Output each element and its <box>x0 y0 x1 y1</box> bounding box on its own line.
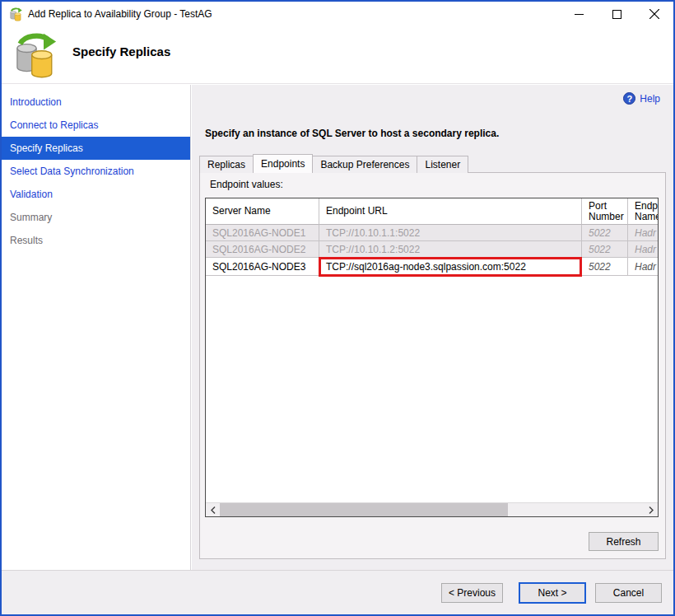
wizard-footer: < Previous Next > Cancel <box>2 570 673 614</box>
sidebar-item-results: Results <box>2 229 190 252</box>
table-header-row: Server Name Endpoint URL Port Number End… <box>206 198 659 225</box>
page-title: Specify Replicas <box>72 44 170 58</box>
maximize-icon <box>612 10 621 19</box>
endpoints-table: Server Name Endpoint URL Port Number End… <box>205 198 659 517</box>
table-row-node3[interactable]: SQL2016AG-NODE3 TCP://sql2016ag-node3.sq… <box>206 258 659 276</box>
maximize-button[interactable] <box>598 2 635 26</box>
wizard-content: Help Specify an instance of SQL Server t… <box>192 85 673 570</box>
next-button[interactable]: Next > <box>519 582 586 604</box>
scroll-left-button[interactable] <box>206 503 220 516</box>
endpoint-name-cell: Hadr <box>628 241 659 258</box>
help-question-icon <box>623 92 635 105</box>
cancel-button[interactable]: Cancel <box>595 583 662 603</box>
horizontal-scrollbar[interactable] <box>206 502 658 516</box>
wizard-steps-sidebar: Introduction Connect to Replicas Specify… <box>2 85 191 570</box>
table-row-node2: SQL2016AG-NODE2 TCP://10.10.1.2:5022 502… <box>206 241 659 258</box>
column-header-endpoint-name: Endpoint Name <box>628 198 659 225</box>
close-icon <box>649 9 659 19</box>
table-row-node1: SQL2016AG-NODE1 TCP://10.10.1.1:5022 502… <box>206 225 659 241</box>
help-link[interactable]: Help <box>623 92 660 105</box>
port-number-cell: 5022 <box>582 241 628 258</box>
tab-endpoints[interactable]: Endpoints <box>253 154 313 173</box>
tab-replicas[interactable]: Replicas <box>199 156 254 173</box>
endpoint-url-cell: TCP://10.10.1.2:5022 <box>319 241 582 258</box>
scroll-right-button[interactable] <box>644 503 658 516</box>
server-name-cell: SQL2016AG-NODE3 <box>206 258 319 276</box>
app-database-replica-icon <box>8 7 22 21</box>
endpoint-url-cell: TCP://10.10.1.1:5022 <box>319 225 582 241</box>
port-number-cell: 5022 <box>582 225 628 241</box>
previous-button[interactable]: < Previous <box>441 583 503 603</box>
endpoint-values-label: Endpoint values: <box>210 179 283 190</box>
tab-strip: Replicas Endpoints Backup Preferences Li… <box>199 154 468 173</box>
endpoint-url-cell[interactable]: TCP://sql2016ag-node3.sqlpassion.com:502… <box>319 258 582 276</box>
tab-listener[interactable]: Listener <box>417 156 468 173</box>
chevron-right-icon <box>649 506 654 514</box>
endpoint-name-cell: Hadr <box>628 258 659 276</box>
scrollbar-track[interactable] <box>220 503 644 516</box>
minimize-icon <box>575 10 584 19</box>
sidebar-item-summary: Summary <box>2 206 190 229</box>
sidebar-item-validation[interactable]: Validation <box>2 183 190 206</box>
endpoint-name-cell: Hadr <box>628 225 659 241</box>
endpoints-tab-panel: Endpoint values: Server Name Endpoint UR… <box>199 172 666 559</box>
close-button[interactable] <box>635 2 673 26</box>
column-header-endpoint-url: Endpoint URL <box>319 198 582 225</box>
database-replica-icon <box>10 32 57 79</box>
wizard-header: Specify Replicas <box>2 26 673 84</box>
wizard-body: Introduction Connect to Replicas Specify… <box>2 85 673 570</box>
sidebar-item-select-data-synchronization[interactable]: Select Data Synchronization <box>2 160 190 183</box>
endpoint-url-value: TCP://sql2016ag-node3.sqlpassion.com:502… <box>326 261 526 273</box>
sidebar-item-connect-to-replicas[interactable]: Connect to Replicas <box>2 114 190 137</box>
minimize-button[interactable] <box>560 2 598 26</box>
help-label: Help <box>640 93 660 105</box>
tab-backup-preferences[interactable]: Backup Preferences <box>312 156 417 173</box>
instruction-text: Specify an instance of SQL Server to hos… <box>205 128 499 139</box>
scrollbar-thumb[interactable] <box>220 503 508 516</box>
refresh-button[interactable]: Refresh <box>589 532 659 551</box>
sidebar-item-specify-replicas[interactable]: Specify Replicas <box>2 137 190 160</box>
column-header-server-name: Server Name <box>206 198 319 225</box>
title-bar: Add Replica to Availability Group - Test… <box>2 2 673 26</box>
sidebar-item-introduction[interactable]: Introduction <box>2 91 190 114</box>
port-number-cell: 5022 <box>582 258 628 276</box>
server-name-cell: SQL2016AG-NODE2 <box>206 241 319 258</box>
server-name-cell: SQL2016AG-NODE1 <box>206 225 319 241</box>
window-controls <box>560 2 673 26</box>
chevron-left-icon <box>211 506 216 514</box>
column-header-port-number: Port Number <box>582 198 628 225</box>
window-title: Add Replica to Availability Group - Test… <box>28 8 212 20</box>
wizard-window: Add Replica to Availability Group - Test… <box>0 0 675 616</box>
